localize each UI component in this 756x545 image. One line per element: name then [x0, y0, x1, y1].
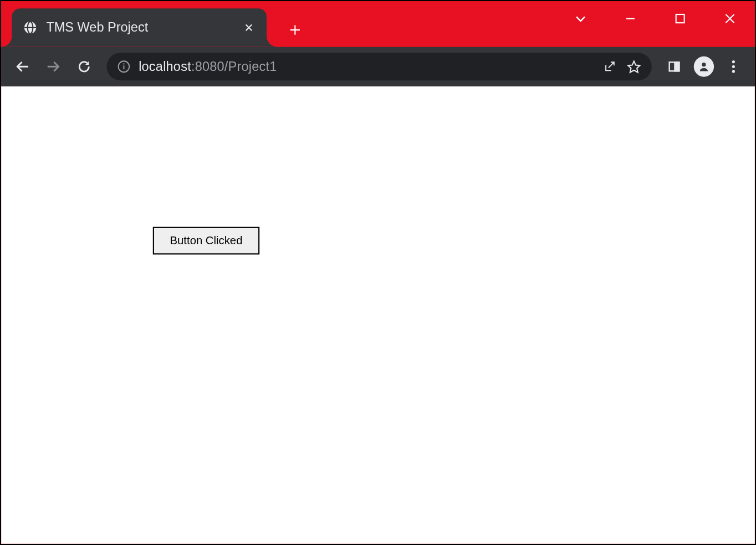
url-host: localhost	[139, 59, 191, 74]
reload-button[interactable]	[71, 53, 97, 80]
site-info-icon[interactable]	[118, 60, 131, 73]
url-text: localhost:8080/Project1	[139, 59, 277, 74]
forward-button[interactable]	[40, 53, 67, 80]
window-tab-search-button[interactable]	[556, 1, 606, 36]
toolbar-right	[661, 53, 747, 80]
svg-point-18	[702, 63, 706, 66]
browser-window: TMS Web Project	[0, 0, 756, 545]
share-icon[interactable]	[603, 60, 616, 73]
toolbar: localhost:8080/Project1	[1, 47, 755, 87]
browser-tab[interactable]: TMS Web Project	[12, 8, 267, 47]
demo-button[interactable]: Button Clicked	[153, 227, 259, 255]
address-bar[interactable]: localhost:8080/Project1	[106, 53, 651, 80]
url-path: :8080/Project1	[191, 59, 277, 74]
avatar-icon	[694, 56, 714, 77]
kebab-menu-button[interactable]	[721, 53, 747, 80]
globe-icon	[23, 20, 38, 35]
svg-point-21	[732, 70, 735, 73]
tab-close-button[interactable]	[242, 20, 256, 35]
page-viewport: Button Clicked	[1, 86, 755, 544]
titlebar: TMS Web Project	[1, 1, 755, 47]
side-panel-button[interactable]	[661, 53, 687, 80]
bookmark-star-icon[interactable]	[627, 59, 641, 74]
svg-marker-15	[628, 61, 640, 73]
svg-point-20	[732, 65, 735, 68]
profile-button[interactable]	[691, 53, 717, 80]
window-maximize-button[interactable]	[655, 1, 705, 36]
svg-rect-7	[676, 14, 685, 23]
svg-rect-17	[675, 62, 679, 71]
window-minimize-button[interactable]	[605, 1, 655, 36]
window-controls	[556, 1, 755, 36]
new-tab-button[interactable]	[283, 18, 307, 42]
svg-point-14	[123, 63, 124, 64]
back-button[interactable]	[9, 53, 35, 80]
tab-title: TMS Web Project	[46, 20, 233, 35]
window-close-button[interactable]	[705, 1, 755, 36]
svg-point-19	[732, 60, 735, 63]
